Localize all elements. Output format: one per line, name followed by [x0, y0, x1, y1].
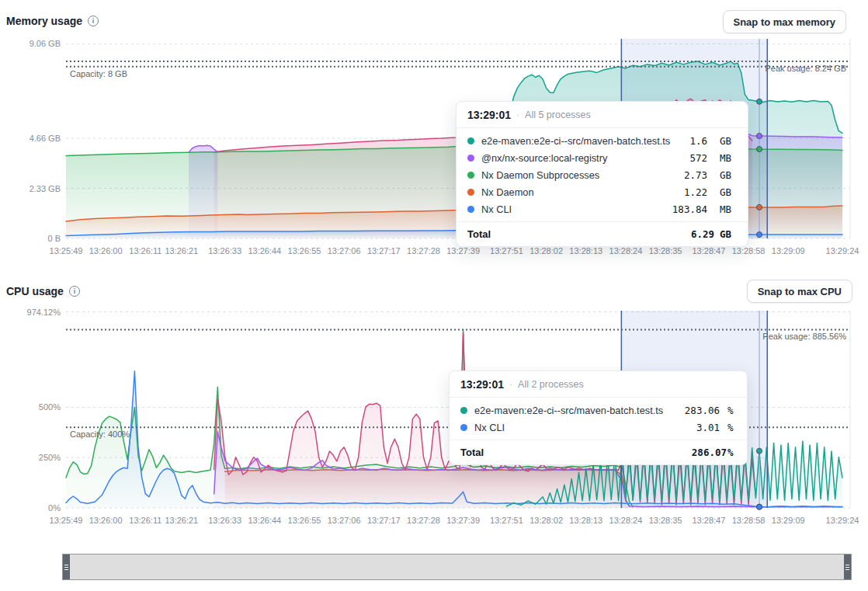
x-axis-tick-label: 13:26:33 — [208, 246, 241, 256]
x-axis-tick-label: 13:26:00 — [89, 246, 123, 256]
x-axis-tick-label: 13:28:47 — [692, 246, 725, 256]
x-axis-tick-label: 13:28:13 — [569, 246, 602, 256]
tooltip-row: Nx CLI3.01% — [460, 419, 736, 436]
process-value: 1.22 — [684, 186, 707, 198]
y-axis-tick-label: 2.33 GB — [30, 184, 61, 193]
blue-series-dot-icon — [460, 424, 467, 431]
grip-icon — [64, 565, 68, 570]
tooltip-time: 13:29:01 — [460, 378, 504, 391]
memory-info-icon[interactable]: i — [88, 16, 99, 26]
x-axis-tick-label: 13:28:35 — [649, 246, 682, 256]
x-axis-tick-label: 13:28:58 — [732, 516, 766, 525]
x-axis-tick-label: 13:27:39 — [446, 516, 480, 525]
x-axis-tick-label: 13:26:00 — [89, 516, 123, 525]
process-unit: MB — [720, 203, 737, 215]
process-value: 3.01 — [696, 422, 720, 433]
cpu-section-title: CPU usage — [6, 285, 64, 297]
tooltip-separator: · — [509, 379, 512, 390]
blue-series-dot-icon — [467, 206, 474, 213]
process-name: @nx/nx-source:local-registry — [481, 152, 682, 164]
x-axis-tick-label: 13:27:17 — [367, 516, 401, 525]
x-axis-tick-label: 13:29:24 — [826, 246, 859, 256]
tooltip-total-row: Total 286.07 % — [450, 440, 747, 464]
tooltip-rows: e2e-maven:e2e-ci--src/maven-batch.test.t… — [457, 127, 748, 221]
brush-handle-right[interactable] — [844, 554, 851, 579]
cpu-hover-tooltip: 13:29:01 · All 2 processes e2e-maven:e2e… — [449, 370, 748, 465]
y-axis-tick-label: 0 B — [47, 234, 61, 243]
tooltip-row: @nx/nx-source:local-registry572MB — [467, 149, 737, 166]
x-axis-tick-label: 13:29:24 — [826, 516, 859, 525]
x-axis-tick-label: 13:28:24 — [609, 246, 643, 256]
x-axis-tick-label: 13:27:06 — [328, 246, 361, 256]
cpu-info-icon[interactable]: i — [69, 286, 80, 297]
y-axis-tick-label: 0% — [48, 503, 61, 513]
y-axis-tick-label: 4.66 GB — [30, 134, 61, 143]
tooltip-process-count: All 2 processes — [518, 379, 584, 390]
snap-to-max-memory-button[interactable]: Snap to max memory — [723, 10, 847, 33]
process-name: e2e-maven:e2e-ci--src/maven-batch.test.t… — [474, 405, 678, 416]
x-axis-tick-label: 13:26:11 — [129, 246, 161, 256]
y-axis-tick-label: 250% — [39, 453, 61, 462]
x-axis-tick-label: 13:26:44 — [248, 516, 281, 525]
process-name: Nx Daemon — [481, 186, 677, 198]
x-axis-tick-label: 13:28:02 — [529, 246, 563, 256]
x-axis-tick-label: 13:26:11 — [129, 516, 161, 525]
grip-icon — [845, 565, 849, 570]
tooltip-row: e2e-maven:e2e-ci--src/maven-batch.test.t… — [460, 402, 736, 419]
tooltip-total-label: Total — [467, 228, 491, 240]
green-series-dot-icon — [467, 172, 474, 179]
tooltip-row: Nx CLI183.84MB — [467, 200, 737, 217]
process-name: Nx CLI — [474, 422, 689, 433]
process-value: 2.73 — [684, 169, 707, 181]
time-range-brush-track[interactable] — [62, 554, 852, 580]
tooltip-row: Nx Daemon1.22GB — [467, 183, 737, 200]
process-value: 283.06 — [685, 405, 720, 416]
x-axis-tick-label: 13:27:28 — [407, 516, 440, 525]
tooltip-process-count: All 5 processes — [525, 110, 591, 120]
tooltip-total-unit: GB — [720, 228, 737, 240]
x-axis-tick-label: 13:25:49 — [50, 516, 83, 525]
tooltip-time: 13:29:01 — [467, 109, 511, 121]
brush-handle-left[interactable] — [63, 554, 70, 579]
process-unit: MB — [720, 152, 737, 164]
process-name: Nx Daemon Subprocesses — [481, 169, 677, 181]
tooltip-total-row: Total 6.29 GB — [457, 221, 748, 246]
x-axis-tick-label: 13:26:55 — [288, 246, 321, 256]
snap-to-max-cpu-button[interactable]: Snap to max CPU — [747, 280, 852, 303]
x-axis-tick-label: 13:28:13 — [569, 516, 602, 525]
y-axis-tick-label: 974.12% — [27, 308, 61, 317]
tooltip-header: 13:29:01 · All 5 processes — [457, 102, 748, 127]
teal-series-dot-icon — [467, 137, 474, 144]
process-unit: GB — [720, 186, 737, 198]
process-unit: GB — [720, 169, 737, 181]
x-axis-tick-label: 13:28:47 — [692, 516, 725, 525]
tooltip-row: Nx Daemon Subprocesses2.73GB — [467, 166, 737, 183]
memory-hover-tooltip: 13:29:01 · All 5 processes e2e-maven:e2e… — [456, 101, 748, 247]
purple-series-dot-icon — [467, 155, 474, 162]
x-axis-tick-label: 13:27:06 — [328, 516, 361, 525]
x-axis-tick-label: 13:28:58 — [732, 246, 766, 256]
process-unit: GB — [720, 135, 737, 147]
x-axis-tick-label: 13:27:28 — [407, 246, 440, 256]
x-axis-tick-label: 13:26:33 — [208, 516, 241, 525]
x-axis-tick-label: 13:25:49 — [50, 246, 83, 256]
x-axis-tick-label: 13:27:17 — [367, 246, 401, 256]
x-axis-tick-label: 13:28:24 — [609, 516, 643, 525]
teal-series-dot-icon — [460, 407, 467, 414]
y-axis-tick-label: 500% — [39, 402, 61, 412]
x-axis-tick-label: 13:28:02 — [529, 516, 563, 525]
tooltip-total-value: 6.29 — [691, 228, 714, 240]
tooltip-header: 13:29:01 · All 2 processes — [450, 371, 747, 397]
cpu-section-header: CPU usage i — [6, 285, 80, 297]
x-axis-tick-label: 13:29:09 — [772, 516, 805, 525]
process-value: 183.84 — [672, 203, 707, 215]
process-unit: % — [727, 405, 736, 416]
process-name: e2e-maven:e2e-ci--src/maven-batch.test.t… — [481, 135, 682, 147]
x-axis-tick-label: 13:26:55 — [288, 516, 321, 525]
tooltip-rows: e2e-maven:e2e-ci--src/maven-batch.test.t… — [450, 397, 747, 440]
x-axis-tick-label: 13:27:51 — [490, 516, 523, 525]
tooltip-total-label: Total — [460, 447, 484, 458]
memory-section-header: Memory usage i — [6, 15, 99, 27]
y-axis-tick-label: 9.06 GB — [30, 39, 61, 48]
tooltip-total-value: 286.07 — [692, 447, 727, 458]
